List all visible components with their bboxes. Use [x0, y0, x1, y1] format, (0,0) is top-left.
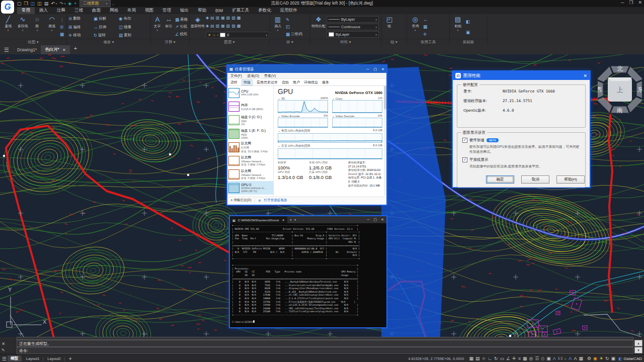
tm-sidebar-CPU[interactable]: CPU44% 3.89 GHz: [227, 86, 273, 100]
menu-tab-输出[interactable]: 输出: [176, 7, 193, 14]
menu-tab-BIM[interactable]: BIM: [211, 7, 227, 14]
menu-tab-网格[interactable]: 网格: [105, 7, 123, 14]
ribbon-button-二维码[interactable]: ▩二维码: [286, 32, 302, 37]
tab-dropdown-icon[interactable]: ▼: [294, 218, 296, 221]
ribbon-button-引线[interactable]: ↗引线: [175, 24, 188, 29]
dialog-title-bar[interactable]: G 图形性能 ✕: [453, 71, 590, 80]
ribbon-button-tool[interactable]: ▦: [423, 24, 428, 29]
ribbon-panel-label-修改[interactable]: 修改 ▾: [67, 39, 150, 45]
units-icon[interactable]: ◇: [541, 356, 544, 361]
view-cube[interactable]: 北 南 西 东 上: [598, 58, 642, 115]
ortho-mode-icon[interactable]: ∟: [488, 356, 492, 361]
ribbon-button-特性匹配[interactable]: ❖特性匹配: [312, 15, 325, 39]
menu-tab-参数化[interactable]: 参数化: [254, 7, 276, 14]
viewcube-top-label[interactable]: 上: [617, 86, 623, 94]
ribbon-button-移动[interactable]: ✛移动: [68, 33, 93, 38]
ribbon-button-tool[interactable]: ✎: [286, 17, 302, 22]
selection-cycling-icon[interactable]: ◎: [529, 356, 533, 361]
ribbon-button-多段线[interactable]: ∿多段线▾: [16, 15, 29, 39]
tm-tab-用户[interactable]: 用户: [293, 80, 300, 85]
tab-close-icon[interactable]: ✕: [62, 48, 66, 52]
snap-mode-icon[interactable]: ▤: [475, 356, 480, 361]
polar-tracking-icon[interactable]: ↻: [494, 356, 498, 361]
transparency-icon[interactable]: ▩: [523, 356, 527, 361]
cw-minimize-icon[interactable]: ─: [367, 218, 370, 222]
layout-menu-icon[interactable]: ☰: [2, 356, 7, 361]
tm-tab-详细信息[interactable]: 详细信息: [304, 80, 318, 85]
ribbon-button-线性[interactable]: ∠线性: [175, 32, 188, 37]
undo-icon[interactable]: ↶: [51, 1, 55, 6]
ribbon-panel-label-实用工具[interactable]: 实用工具: [407, 39, 449, 45]
qat-customize-icon[interactable]: ⌄: [112, 2, 114, 6]
property-dropdown[interactable]: ByLayer▾: [327, 31, 379, 38]
tm-sidebar-以太网[interactable]: 以太网VMware Network ...发送: 0 接收: 0 Kbps: [227, 167, 273, 181]
command-scroll-up[interactable]: ▲: [634, 340, 642, 346]
menu-tab-视图[interactable]: 视图: [140, 7, 158, 14]
property-dropdown[interactable]: Continuous▾: [327, 24, 379, 30]
layer-tool-icon[interactable]: ▧: [226, 24, 230, 28]
hardware-accel-bulb-icon[interactable]: ☀: [599, 356, 603, 361]
tm-maximize-icon[interactable]: ▢: [374, 67, 377, 71]
redo-icon[interactable]: ↷: [59, 1, 63, 6]
tm-sidebar-磁盘 0 (C: D:)[interactable]: 磁盘 0 (C: D:)SSD1%: [227, 113, 273, 127]
layout-tab-模型[interactable]: 模型: [8, 355, 21, 361]
tm-menu-查看(V)[interactable]: 查看(V): [264, 73, 276, 78]
ribbon-button-镜像[interactable]: ◫镜像: [119, 25, 143, 30]
layer-tool-icon[interactable]: ▥: [216, 24, 220, 28]
dialog-close-icon[interactable]: ✕: [583, 73, 587, 78]
open-folder-icon[interactable]: ❒: [24, 1, 28, 6]
command-prompt-window[interactable]: ⬓ C:\WINDOWS\system32\cmd. ✕ + ▼ ─ ▢ ✕ +…: [229, 215, 387, 328]
menu-tab-注释[interactable]: 注释: [52, 7, 70, 14]
tm-less-details[interactable]: ∧ 简略信息(D): [230, 198, 252, 203]
ribbon-button-tool[interactable]: ◰: [286, 24, 302, 29]
workspace-grid-icon[interactable]: ▦: [579, 356, 583, 361]
tm-close-icon[interactable]: ✕: [381, 67, 384, 71]
annotation-monitor-icon[interactable]: ☰: [535, 356, 539, 361]
ribbon-panel-label-绘图[interactable]: 绘图 ▾: [0, 39, 66, 45]
ribbon-button-插入[interactable]: ▥插入▾: [271, 15, 284, 39]
tm-sidebar-以太网[interactable]: 以太网以太网发送: 32.0 接收: 0 Kbp: [227, 140, 273, 154]
share-icon[interactable]: ◈: [68, 1, 71, 6]
tm-menu-文件(F)[interactable]: 文件(F): [230, 73, 242, 78]
property-dropdown[interactable]: ByLayer▾: [327, 16, 379, 23]
autoscale-icon[interactable]: A: [569, 356, 572, 361]
ui-lock-icon[interactable]: ◉: [593, 356, 597, 361]
ribbon-button-图层特性[interactable]: ◈图层特性: [191, 15, 204, 39]
save-as-icon[interactable]: ◫: [37, 1, 42, 6]
settings-gear-icon[interactable]: ⚙: [587, 356, 591, 361]
layer-tool-icon[interactable]: ▨: [231, 24, 235, 28]
tm-minimize-icon[interactable]: ─: [367, 67, 369, 71]
viewcube-north-label[interactable]: 北: [617, 65, 623, 72]
ribbon-button-tool[interactable]: ✛: [423, 32, 428, 37]
ribbon-button-tool[interactable]: ↔: [423, 17, 428, 22]
new-drawing-tab-icon[interactable]: +: [74, 45, 77, 54]
viewcube-east-label[interactable]: 东: [637, 86, 642, 93]
ribbon-button-表格[interactable]: ▦表格: [175, 17, 188, 22]
app-logo[interactable]: G: [1, 1, 14, 14]
layer-tool-icon[interactable]: ▤: [210, 24, 214, 28]
dialog-button-取消[interactable]: 取消: [521, 175, 549, 184]
add-layout-icon[interactable]: +: [66, 355, 75, 362]
ribbon-button-旋转[interactable]: ↻旋转: [94, 33, 118, 38]
menu-tab-应用软件[interactable]: 应用软件: [276, 7, 302, 14]
ribbon-button-布尔[interactable]: ◉布尔: [119, 16, 143, 21]
ribbon-button-标注[interactable]: ↔标注: [164, 15, 173, 39]
layer-tool-icon[interactable]: ▥: [216, 16, 220, 20]
menu-tab-曲面[interactable]: 曲面: [88, 7, 105, 14]
grid-display-icon[interactable]: ▦: [469, 356, 474, 361]
ribbon-panel-label-注释[interactable]: 注释 ▾: [151, 39, 189, 45]
terminal-title-bar[interactable]: ⬓ C:\WINDOWS\system32\cmd. ✕ + ▼ ─ ▢ ✕: [230, 216, 386, 223]
viewcube-west-label[interactable]: 西: [598, 86, 602, 93]
tm-sidebar-以太网[interactable]: 以太网VMware Network ...发送: 0 接收: 0 Kbps: [227, 154, 273, 167]
hardware-accel-checkbox[interactable]: ✓: [462, 138, 467, 143]
command-input[interactable]: 命令:: [17, 347, 633, 354]
tm-scrollbar[interactable]: [384, 86, 386, 196]
tm-tab-性能[interactable]: 性能: [242, 79, 253, 85]
new-file-icon[interactable]: ▢: [17, 1, 22, 6]
annotation-visibility-icon[interactable]: A: [553, 356, 556, 361]
restore-icon[interactable]: ❐: [629, 0, 633, 5]
snap-tracking-icon[interactable]: ✛: [512, 356, 516, 361]
open-resource-monitor-link[interactable]: 打开资源监视器: [264, 198, 287, 203]
ribbon-button-tool[interactable]: ⋮: [60, 17, 64, 22]
dialog-button-帮助(H)[interactable]: 帮助(H): [556, 175, 585, 184]
